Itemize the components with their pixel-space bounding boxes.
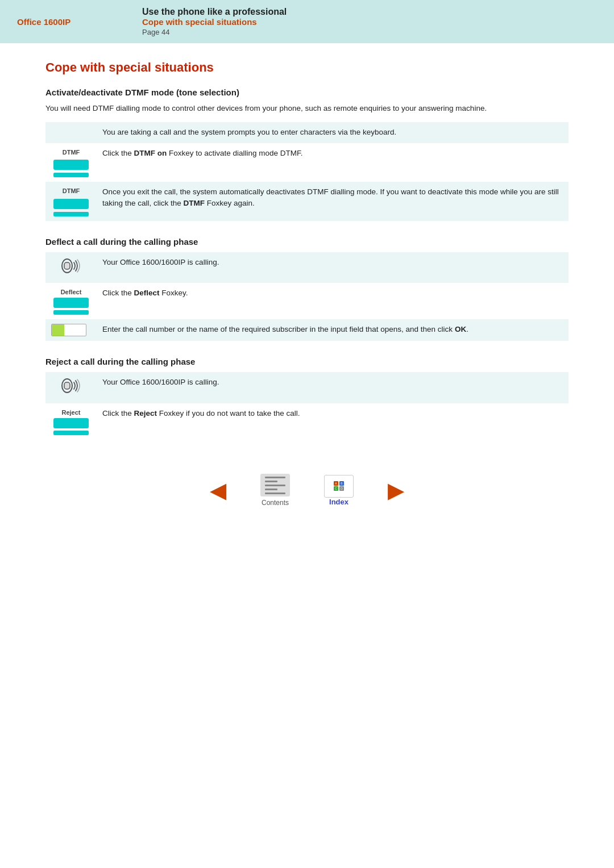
dtmf-key-icon-2: DTMF — [51, 186, 91, 216]
dtmf-step1-text: You are taking a call and the system pro… — [97, 122, 569, 143]
deflect-step2-text: Click the Deflect Foxkey. — [97, 283, 569, 320]
table-row: DTMF Once you exit the call, the system … — [45, 182, 569, 221]
deflect-steps-table: Your Office 1600/1600IP is calling. Defl… — [45, 252, 569, 341]
header-main-title: Use the phone like a professional — [142, 7, 597, 17]
contents-line-short-2 — [265, 489, 277, 490]
section-heading-dtmf: Activate/deactivate DTMF mode (tone sele… — [45, 87, 569, 97]
ringing-phone-icon — [60, 257, 82, 275]
index-box-a: A — [334, 481, 338, 486]
foxkey-bar — [53, 160, 89, 170]
dtmf-step3-icon-cell: DTMF — [45, 182, 97, 221]
index-button[interactable]: A B C D Index — [324, 475, 354, 506]
reject-step2-icon-cell: Reject — [45, 403, 97, 440]
table-row: You are taking a call and the system pro… — [45, 122, 569, 143]
foxkey-bar-2 — [53, 199, 89, 209]
index-box-b: B — [339, 481, 344, 486]
reject-steps-table: Your Office 1600/1600IP is calling. Reje… — [45, 372, 569, 440]
contents-line-short — [265, 481, 277, 482]
reject-step2-text: Click the Reject Foxkey if you do not wa… — [97, 403, 569, 440]
next-button[interactable]: ▶ — [388, 479, 404, 501]
reject-foxkey-bar-small — [53, 431, 89, 435]
section-heading-deflect: Deflect a call during the calling phase — [45, 237, 569, 247]
deflect-step3-icon-cell — [45, 319, 97, 341]
dtmf-step2-text: Click the DTMF on Foxkey to activate dia… — [97, 143, 569, 182]
header-sub-title: Cope with special situations — [142, 17, 597, 27]
dtmf-step3-text: Once you exit the call, the system autom… — [97, 182, 569, 221]
deflect-step1-text: Your Office 1600/1600IP is calling. — [97, 252, 569, 283]
deflect-step3-text: Enter the call number or the name of the… — [97, 319, 569, 341]
header-page: Page 44 — [142, 28, 597, 36]
contents-button[interactable]: Contents — [260, 474, 290, 507]
product-name: Office 1600IP — [17, 17, 70, 27]
deflect-step1-icon-cell — [45, 252, 97, 283]
deflect-foxkey-bar-small — [53, 310, 89, 315]
section-desc-dtmf: You will need DTMF dialling mode to cont… — [45, 103, 569, 114]
index-icon: A B C D — [324, 475, 354, 498]
reject-step1-icon-cell — [45, 372, 97, 403]
svg-rect-1 — [64, 262, 70, 269]
header-info: Use the phone like a professional Cope w… — [125, 0, 614, 43]
input-field-icon — [51, 324, 86, 336]
contents-line-3 — [265, 493, 285, 494]
table-row: Reject Click the Reject Foxkey if you do… — [45, 403, 569, 440]
reject-label: Reject — [61, 408, 80, 418]
reject-key-icon: Reject — [51, 408, 91, 436]
reject-step1-text: Your Office 1600/1600IP is calling. — [97, 372, 569, 403]
page-content: Cope with special situations Activate/de… — [0, 60, 614, 440]
deflect-key-icon: Deflect — [51, 287, 91, 315]
page-header: Office 1600IP Use the phone like a profe… — [0, 0, 614, 43]
table-row: Deflect Click the Deflect Foxkey. — [45, 283, 569, 320]
dtmf-steps-table: You are taking a call and the system pro… — [45, 122, 569, 220]
dtmf-key-icon: DTMF — [51, 148, 91, 178]
foxkey-bar-small — [53, 173, 89, 177]
contents-line-2 — [265, 485, 285, 486]
contents-lines — [265, 477, 285, 494]
header-product: Office 1600IP — [0, 0, 125, 43]
contents-icon — [260, 474, 290, 496]
prev-button[interactable]: ◀ — [210, 479, 226, 501]
section-heading-reject: Reject a call during the calling phase — [45, 357, 569, 366]
dtmf-step1-icon-cell — [45, 122, 97, 143]
deflect-foxkey-bar — [53, 298, 89, 308]
table-row: Your Office 1600/1600IP is calling. — [45, 372, 569, 403]
deflect-label: Deflect — [61, 287, 82, 297]
index-row-2: C D — [334, 486, 344, 491]
index-box-d: D — [339, 486, 344, 491]
deflect-step2-icon-cell: Deflect — [45, 283, 97, 320]
ringing-phone-icon-2 — [60, 377, 82, 395]
table-row: DTMF Click the DTMF on Foxkey to activat… — [45, 143, 569, 182]
footer-navigation: ◀ Contents A B C D Index ▶ — [0, 474, 614, 529]
contents-line — [265, 477, 285, 478]
page-title: Cope with special situations — [45, 60, 569, 75]
dtmf-step2-icon-cell: DTMF — [45, 143, 97, 182]
reject-foxkey-bar — [53, 418, 89, 428]
svg-rect-3 — [64, 382, 70, 389]
dtmf-label-2: DTMF — [63, 186, 80, 196]
index-box-c: C — [334, 486, 338, 491]
table-row: Your Office 1600/1600IP is calling. — [45, 252, 569, 283]
index-row-1: A B — [334, 481, 344, 486]
table-row: Enter the call number or the name of the… — [45, 319, 569, 341]
contents-label: Contents — [262, 499, 289, 507]
dtmf-label: DTMF — [63, 148, 80, 157]
index-label: Index — [329, 498, 349, 506]
foxkey-bar-small-2 — [53, 212, 89, 216]
input-green-indicator — [52, 324, 64, 336]
